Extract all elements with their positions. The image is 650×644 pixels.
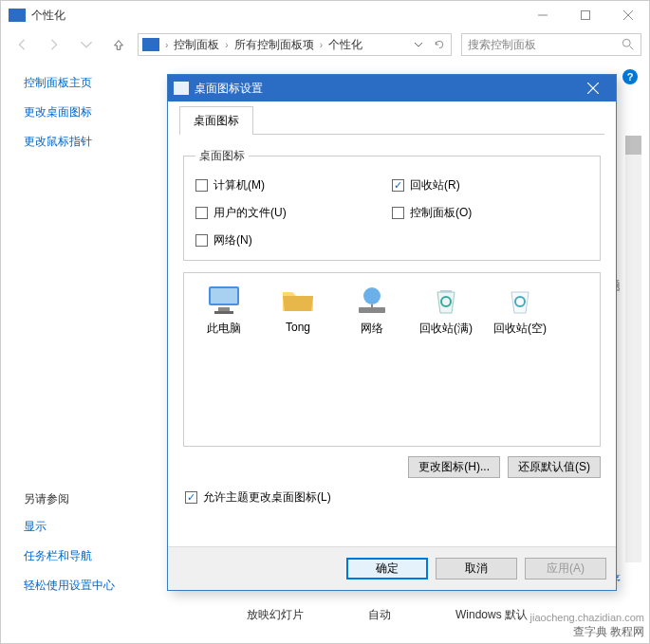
sidebar: 控制面板主页 更改桌面图标 更改鼠标指针 另请参阅 显示 任务栏和导航 轻松使用… — [1, 60, 167, 643]
svg-rect-10 — [218, 307, 230, 311]
search-icon — [622, 38, 635, 51]
icon-label: 此电脑 — [207, 321, 241, 337]
address-bar[interactable]: › 控制面板 › 所有控制面板项 › 个性化 — [138, 33, 452, 56]
apply-button[interactable]: 应用(A) — [525, 558, 606, 580]
titlebar: 个性化 — [1, 1, 649, 29]
chevron-right-icon: › — [225, 40, 228, 50]
sidebar-display[interactable]: 显示 — [24, 519, 167, 535]
checkbox-label: 网络(N) — [214, 232, 252, 248]
cat-label: 自动 — [368, 607, 391, 623]
checkbox-userfiles[interactable]: 用户的文件(U) — [195, 205, 392, 221]
window-title: 个性化 — [31, 8, 521, 24]
checkbox-label: 控制面板(O) — [410, 205, 472, 221]
close-button[interactable] — [606, 1, 649, 29]
dialog-footer: 确定 取消 应用(A) — [168, 546, 616, 590]
scrollbar[interactable] — [625, 136, 641, 562]
chevron-right-icon: › — [320, 40, 323, 50]
restore-default-button[interactable]: 还原默认值(S) — [508, 456, 601, 478]
icon-label: 网络 — [361, 321, 383, 337]
breadcrumb-item[interactable]: 所有控制面板项 — [232, 37, 316, 53]
breadcrumb-item[interactable]: 控制面板 — [172, 37, 221, 53]
dialog-close-button[interactable] — [576, 77, 610, 100]
location-icon — [142, 38, 159, 51]
forward-button[interactable] — [41, 32, 67, 57]
icon-recycle-full[interactable]: 回收站(满) — [412, 283, 480, 337]
svg-line-5 — [630, 46, 634, 50]
breadcrumb-item[interactable]: 个性化 — [326, 37, 364, 53]
sidebar-taskbar[interactable]: 任务栏和导航 — [24, 548, 167, 564]
maximize-button[interactable] — [564, 1, 606, 29]
computer-icon — [205, 283, 243, 317]
checkbox-network[interactable]: 网络(N) — [195, 232, 392, 248]
navbar: › 控制面板 › 所有控制面板项 › 个性化 搜索控制面板 — [1, 29, 649, 60]
icon-preview-box: 此电脑 Tong 网络 回收站(满) 回收站(空) — [183, 272, 601, 447]
icon-user-folder[interactable]: Tong — [264, 283, 332, 337]
watermark: 查字典 教程网 — [573, 624, 644, 640]
network-icon — [353, 283, 391, 317]
checkbox-controlpanel[interactable]: 控制面板(O) — [392, 205, 588, 221]
change-icon-button[interactable]: 更改图标(H)... — [408, 456, 500, 478]
checkbox-label: 回收站(R) — [410, 177, 460, 193]
checkbox-allow-themes[interactable]: 允许主题更改桌面图标(L) — [185, 489, 604, 506]
see-also-heading: 另请参阅 — [24, 491, 167, 507]
ok-button[interactable]: 确定 — [346, 558, 428, 580]
dialog-body: 桌面图标 桌面图标 计算机(M) 回收站(R) 用户的文件(U) 控制面板(O)… — [168, 101, 616, 546]
dialog-icon — [174, 82, 189, 95]
minimize-button[interactable] — [521, 1, 564, 29]
sidebar-home[interactable]: 控制面板主页 — [24, 75, 167, 91]
folder-icon — [279, 283, 317, 317]
address-dropdown-icon[interactable] — [409, 39, 428, 50]
app-icon — [9, 9, 26, 22]
dialog-titlebar[interactable]: 桌面图标设置 — [168, 75, 616, 101]
checkbox-recycle[interactable]: 回收站(R) — [392, 177, 588, 193]
search-input[interactable]: 搜索控制面板 — [461, 33, 641, 56]
back-button[interactable] — [9, 32, 35, 57]
svg-point-4 — [622, 39, 630, 46]
svg-rect-13 — [359, 307, 385, 313]
sidebar-ease[interactable]: 轻松使用设置中心 — [24, 578, 167, 594]
checkbox-label: 计算机(M) — [214, 177, 265, 193]
category-labels: 放映幻灯片 自动 Windows 默认 — [247, 607, 528, 623]
recycle-full-icon — [427, 283, 465, 317]
search-placeholder: 搜索控制面板 — [468, 37, 622, 53]
refresh-button[interactable] — [430, 39, 449, 50]
svg-rect-11 — [214, 311, 233, 314]
recycle-empty-icon — [501, 283, 539, 317]
tab-desktop-icons[interactable]: 桌面图标 — [179, 106, 253, 135]
watermark-url: jiaocheng.chazidian.com — [530, 612, 644, 623]
icon-network[interactable]: 网络 — [338, 283, 406, 337]
up-button[interactable] — [105, 32, 132, 57]
checkbox-label: 允许主题更改桌面图标(L) — [203, 489, 331, 506]
cat-label: Windows 默认 — [455, 607, 528, 623]
dialog-title: 桌面图标设置 — [195, 81, 576, 97]
icon-label: 回收站(满) — [419, 321, 473, 337]
cat-label: 放映幻灯片 — [247, 607, 304, 623]
icon-label: 回收站(空) — [493, 321, 547, 337]
svg-rect-1 — [581, 11, 589, 20]
icon-recycle-empty[interactable]: 回收站(空) — [486, 283, 554, 337]
icon-this-pc[interactable]: 此电脑 — [190, 283, 258, 337]
chevron-right-icon: › — [165, 40, 168, 50]
cancel-button[interactable]: 取消 — [436, 558, 517, 580]
desktop-icons-fieldset: 桌面图标 计算机(M) 回收站(R) 用户的文件(U) 控制面板(O) 网络(N… — [183, 148, 601, 261]
svg-rect-9 — [211, 288, 237, 304]
scrollbar-thumb[interactable] — [625, 136, 641, 155]
sidebar-change-cursor[interactable]: 更改鼠标指针 — [24, 134, 167, 150]
recent-dropdown-icon[interactable] — [73, 32, 100, 57]
sidebar-change-icons[interactable]: 更改桌面图标 — [24, 104, 167, 120]
svg-point-12 — [363, 287, 381, 304]
tab-strip: 桌面图标 — [179, 105, 604, 135]
fieldset-legend: 桌面图标 — [195, 148, 249, 164]
checkbox-computer[interactable]: 计算机(M) — [195, 177, 392, 193]
desktop-icon-settings-dialog: 桌面图标设置 桌面图标 桌面图标 计算机(M) 回收站(R) 用户的文件(U) … — [167, 74, 617, 591]
icon-label: Tong — [286, 321, 310, 334]
checkbox-label: 用户的文件(U) — [214, 205, 287, 221]
